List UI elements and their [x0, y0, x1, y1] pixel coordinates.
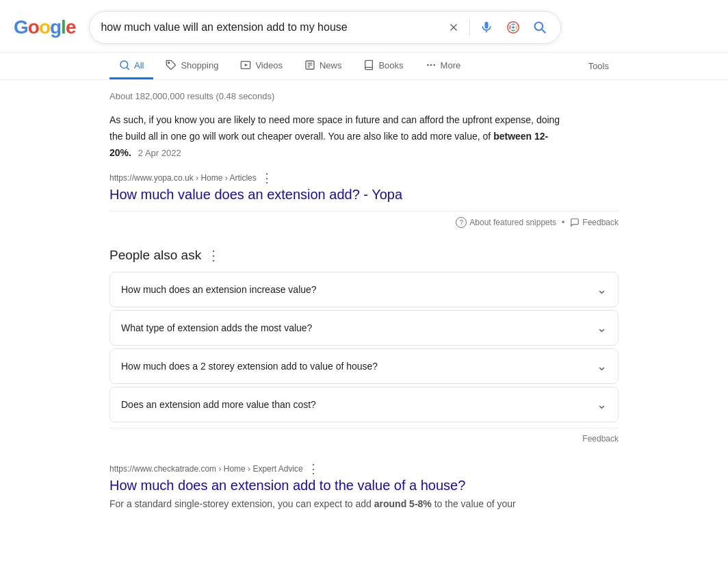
paa-item-1: How much does an extension increase valu… [109, 272, 619, 307]
tab-shopping-label: Shopping [181, 60, 218, 70]
header: Google [0, 0, 728, 53]
search-input[interactable] [101, 21, 438, 34]
about-featured-snippets-link[interactable]: ? About featured snippets [456, 217, 556, 228]
svg-point-11 [168, 62, 170, 64]
chevron-down-icon-4: ⌄ [597, 397, 607, 412]
shopping-tab-icon [166, 60, 177, 70]
paa-heading: People also ask [109, 248, 201, 263]
feedback-label: Feedback [582, 218, 619, 227]
tab-videos[interactable]: Videos [231, 53, 292, 79]
logo-g: G [14, 16, 28, 38]
clear-button[interactable] [445, 18, 463, 36]
svg-rect-2 [485, 22, 489, 29]
paa-item-2: What type of extension adds the most val… [109, 310, 619, 346]
paa-question-4-text: Does an extension add more value than co… [121, 399, 316, 410]
tab-news-label: News [320, 60, 342, 70]
result-title-link[interactable]: How much value does an extension add? - … [109, 187, 402, 202]
paa-question-3[interactable]: How much does a 2 storey extension add t… [110, 349, 618, 383]
snippet-text: As such, if you know you are likely to n… [109, 112, 561, 161]
paa-question-2[interactable]: What type of extension adds the most val… [110, 311, 618, 345]
feedback-icon [570, 218, 580, 227]
google-logo[interactable]: Google [14, 16, 75, 38]
tab-books[interactable]: Books [354, 53, 413, 79]
svg-marker-13 [245, 64, 248, 66]
svg-point-19 [430, 64, 432, 66]
paa-footer: Feedback [109, 428, 619, 449]
search-box [89, 11, 561, 44]
featured-snippet: As such, if you know you are likely to n… [109, 112, 619, 233]
tools-button[interactable]: Tools [579, 54, 619, 78]
svg-line-8 [542, 29, 545, 33]
paa-question-3-text: How much does a 2 storey extension add t… [121, 361, 378, 372]
chevron-down-icon-1: ⌄ [597, 282, 607, 297]
source-breadcrumb: https://www.yopa.co.uk › Home › Articles… [109, 172, 619, 184]
tab-all-label: All [134, 60, 144, 70]
second-result-url-link[interactable]: https://www.checkatrade.com › Home › Exp… [109, 464, 303, 474]
second-result-description: For a standard single-storey extension, … [109, 496, 619, 511]
snippet-footer: ? About featured snippets • Feedback [109, 211, 619, 233]
svg-point-18 [427, 64, 429, 66]
paa-question-1-text: How much does an extension increase valu… [121, 284, 317, 295]
chevron-down-icon-2: ⌄ [597, 320, 607, 335]
result-count: About 182,000,000 results (0.48 seconds) [109, 91, 619, 101]
paa-header: People also ask ⋮ [109, 247, 619, 264]
mic-icon [480, 21, 493, 34]
search-icons [445, 17, 549, 38]
all-tab-icon [119, 60, 130, 70]
more-tab-icon [426, 60, 437, 70]
feedback-link[interactable]: Feedback [570, 218, 619, 227]
svg-point-6 [512, 26, 515, 29]
tab-videos-label: Videos [255, 60, 283, 70]
tab-shopping[interactable]: Shopping [156, 53, 228, 79]
people-also-ask-section: People also ask ⋮ How much does an exten… [109, 247, 619, 449]
second-result-menu-button[interactable]: ⋮ [307, 463, 320, 475]
paa-item-3: How much does a 2 storey extension add t… [109, 348, 619, 384]
lens-icon [506, 20, 521, 35]
paa-question-2-text: What type of extension adds the most val… [121, 322, 312, 333]
tab-more-label: More [441, 60, 461, 70]
nav-tabs: All Shopping Videos News Books More Tool… [0, 53, 728, 80]
svg-point-7 [535, 23, 543, 31]
tab-books-label: Books [378, 60, 403, 70]
paa-question-4[interactable]: Does an extension add more value than co… [110, 387, 618, 422]
search-box-wrapper [89, 11, 561, 44]
paa-item-4: Does an extension add more value than co… [109, 387, 619, 422]
svg-line-10 [127, 67, 129, 70]
books-tab-icon [363, 60, 374, 70]
lens-search-button[interactable] [503, 17, 523, 38]
tab-news[interactable]: News [295, 53, 352, 79]
voice-search-button[interactable] [477, 18, 496, 37]
about-snippets-label: About featured snippets [469, 218, 556, 227]
snippet-date: 2 Apr 2022 [138, 148, 181, 158]
logo-e: e [66, 16, 76, 38]
logo-o2: o [39, 16, 50, 38]
source-menu-button[interactable]: ⋮ [261, 172, 273, 184]
second-result-breadcrumb: https://www.checkatrade.com › Home › Exp… [109, 463, 619, 475]
paa-feedback-link[interactable]: Feedback [582, 434, 619, 444]
videos-tab-icon [240, 60, 251, 70]
logo-l: l [61, 16, 66, 38]
tab-more[interactable]: More [416, 53, 471, 79]
paa-question-1[interactable]: How much does an extension increase valu… [110, 272, 618, 307]
search-divider [469, 19, 470, 36]
question-icon: ? [456, 217, 467, 228]
second-result-percentage: around 5-8% [374, 498, 432, 509]
search-button[interactable] [530, 18, 549, 37]
source-url-link[interactable]: https://www.yopa.co.uk › Home › Articles [109, 173, 257, 183]
search-icon [533, 21, 547, 34]
chevron-down-icon-3: ⌄ [597, 359, 607, 374]
tab-all[interactable]: All [109, 53, 153, 79]
news-tab-icon [304, 60, 315, 70]
dot-separator: • [562, 218, 564, 227]
logo-g2: g [50, 16, 61, 38]
paa-menu-button[interactable]: ⋮ [207, 247, 220, 264]
logo-o1: o [28, 16, 39, 38]
svg-point-20 [433, 64, 435, 66]
second-result: https://www.checkatrade.com › Home › Exp… [109, 463, 619, 511]
clear-icon [447, 21, 460, 34]
main-content: About 182,000,000 results (0.48 seconds)… [0, 80, 728, 523]
second-result-title-link[interactable]: How much does an extension add to the va… [109, 478, 465, 493]
